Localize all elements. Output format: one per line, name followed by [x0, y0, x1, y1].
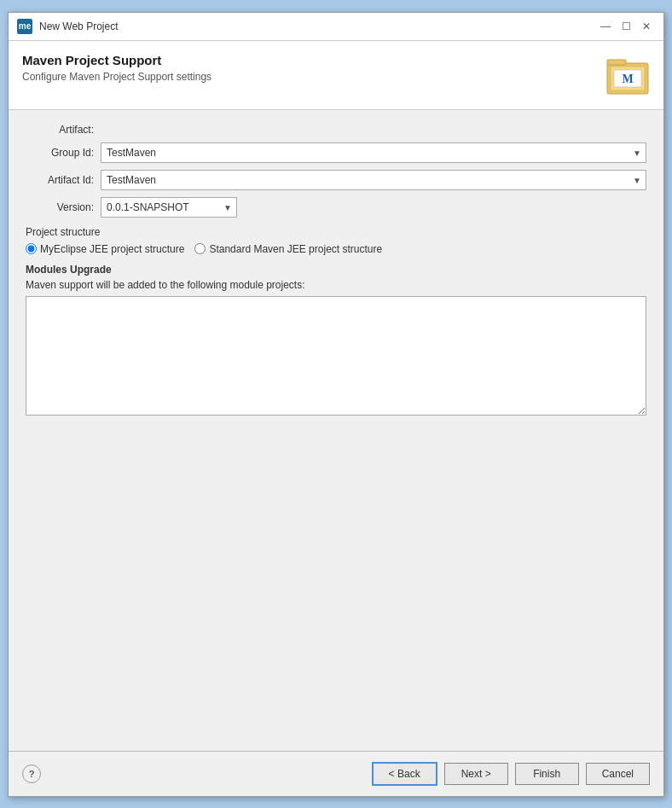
modules-listbox[interactable]: [26, 296, 646, 416]
modules-section: Modules Upgrade Maven support will be ad…: [26, 264, 646, 418]
back-label: < Back: [389, 768, 420, 780]
artifact-row: Artifact:: [26, 124, 646, 136]
cancel-button[interactable]: Cancel: [586, 763, 650, 785]
finish-label: Finish: [533, 768, 560, 780]
page-title: Maven Project Support: [22, 53, 605, 67]
artifact-id-wrapper: TestMaven ▼: [101, 170, 646, 190]
modules-description: Maven support will be added to the follo…: [26, 279, 646, 291]
dialog-title: New Web Project: [39, 20, 590, 32]
next-button[interactable]: Next >: [444, 763, 508, 785]
help-button[interactable]: ?: [22, 764, 41, 783]
radio-standard[interactable]: [194, 243, 206, 254]
group-id-select[interactable]: TestMaven: [101, 142, 646, 163]
project-structure-label: Project structure: [26, 226, 646, 238]
group-id-row: Group Id: TestMaven ▼: [26, 142, 646, 163]
maximize-button[interactable]: ☐: [617, 18, 634, 35]
header-text-block: Maven Project Support Configure Maven Pr…: [22, 53, 605, 83]
header-section: Maven Project Support Configure Maven Pr…: [9, 41, 663, 110]
page-subtitle: Configure Maven Project Support settings: [22, 71, 605, 83]
radio-myeclipse[interactable]: [26, 243, 37, 254]
maven-logo: M: [605, 53, 650, 97]
radio-option-myeclipse[interactable]: MyEclipse JEE project structure: [26, 243, 184, 255]
artifact-id-select[interactable]: TestMaven: [101, 170, 646, 190]
modules-title: Modules Upgrade: [26, 264, 646, 276]
title-bar: me New Web Project — ☐ ✕: [9, 13, 663, 41]
project-structure-radio-group: MyEclipse JEE project structure Standard…: [26, 243, 646, 255]
footer: ? < Back Next > Finish Cancel: [9, 751, 663, 796]
artifact-label: Artifact:: [26, 124, 94, 136]
group-id-wrapper: TestMaven ▼: [101, 142, 646, 163]
back-button[interactable]: < Back: [372, 762, 437, 786]
window-controls: — ☐ ✕: [597, 18, 655, 35]
group-id-label: Group Id:: [26, 147, 94, 159]
radio-standard-label: Standard Maven JEE project structure: [209, 243, 382, 255]
finish-button[interactable]: Finish: [515, 763, 579, 785]
project-structure-section: Project structure MyEclipse JEE project …: [26, 226, 646, 255]
next-label: Next >: [461, 768, 491, 780]
version-select[interactable]: 0.0.1-SNAPSHOT1.0.0-SNAPSHOT1.0.0: [101, 197, 237, 218]
close-button[interactable]: ✕: [638, 18, 655, 35]
svg-text:M: M: [622, 73, 633, 85]
version-wrapper: 0.0.1-SNAPSHOT1.0.0-SNAPSHOT1.0.0 ▼: [101, 197, 237, 218]
artifact-id-row: Artifact Id: TestMaven ▼: [26, 170, 646, 190]
minimize-button[interactable]: —: [597, 18, 614, 35]
app-icon: me: [17, 19, 32, 34]
version-row: Version: 0.0.1-SNAPSHOT1.0.0-SNAPSHOT1.0…: [26, 197, 646, 218]
svg-rect-1: [607, 60, 626, 65]
content-area: Artifact: Group Id: TestMaven ▼ Artifact…: [9, 110, 663, 751]
radio-option-standard[interactable]: Standard Maven JEE project structure: [194, 243, 382, 255]
radio-myeclipse-label: MyEclipse JEE project structure: [40, 243, 184, 255]
artifact-id-label: Artifact Id:: [26, 174, 94, 186]
version-label: Version:: [26, 201, 94, 213]
cancel-label: Cancel: [602, 768, 634, 780]
